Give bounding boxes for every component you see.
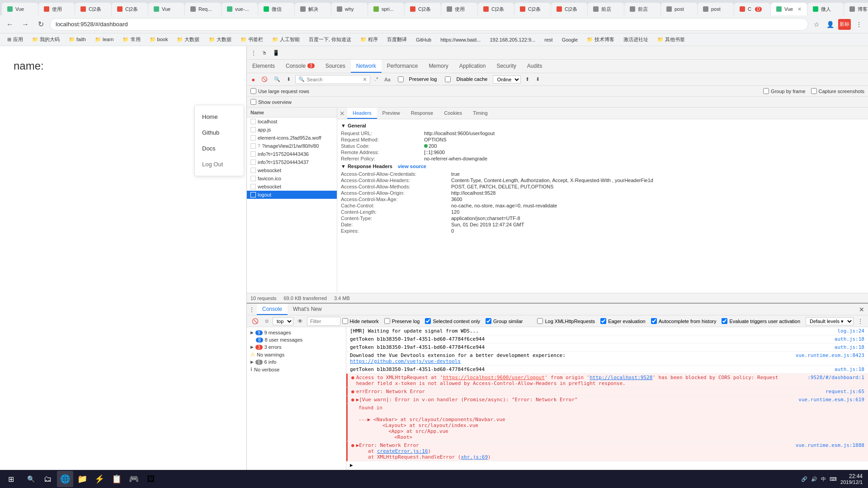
system-clock[interactable]: 22:44 2019/12/1 (840, 473, 863, 485)
dt-tab-security[interactable]: Security (491, 60, 521, 73)
large-rows-label[interactable]: Use large request rows (250, 88, 309, 94)
bookmark-6[interactable]: 📁 大数据 (173, 35, 203, 44)
item-checkbox[interactable] (250, 151, 256, 157)
throttle-btn[interactable]: ⬆ (524, 76, 531, 83)
console-eye-btn[interactable]: 👁 (295, 317, 305, 326)
network-case-btn[interactable]: Aa (382, 76, 392, 83)
sidebar-all-messages[interactable]: ▶ 9 9 messages (247, 329, 346, 336)
cp-tab-console[interactable]: Console (257, 304, 288, 315)
autocomplete-label[interactable]: Autocomplete from history (651, 318, 717, 324)
network-item-info2[interactable]: info?t=1575204443437 (247, 158, 337, 166)
preserve-log-console-label[interactable]: Preserve log (384, 318, 420, 324)
log-location[interactable]: auth.js:18 (826, 344, 864, 350)
network-item-logout[interactable]: logout (247, 191, 337, 199)
tab-19[interactable]: post (661, 3, 697, 15)
bookmark-9[interactable]: 📁 人工智能 (269, 35, 303, 44)
log-location[interactable]: auth.js:18 (826, 366, 864, 372)
log-location[interactable]: request.js:65 (816, 389, 864, 394)
dt-tab-application[interactable]: Application (454, 60, 491, 73)
address-bar[interactable]: localhost:9528/#/dashboard (50, 18, 808, 31)
network-search-input[interactable] (307, 77, 361, 82)
network-clear-btn[interactable]: 🚫 (259, 76, 269, 83)
tab-18[interactable]: 前店 (624, 3, 660, 15)
sidebar-user-messages[interactable]: 8 8 user messages (247, 336, 346, 343)
show-overview-label[interactable]: Show overview (250, 99, 292, 105)
tab-17[interactable]: 前店 (588, 3, 624, 15)
tab-vue-active[interactable]: Vue✕ (771, 3, 807, 15)
bookmark-1[interactable]: 📁 我的大码 (28, 35, 63, 44)
dt-tab-sources[interactable]: Sources (320, 60, 351, 73)
item-checkbox[interactable] (250, 160, 256, 165)
item-checkbox[interactable] (250, 135, 256, 141)
log-location[interactable]: auth.js:18 (826, 336, 864, 342)
sidebar-info[interactable]: ▶ 6 6 info (247, 358, 346, 366)
bookmark-12[interactable]: 百度翻译 (383, 35, 410, 44)
bookmark-10[interactable]: 百度一下, 你知道这 (305, 35, 355, 44)
bookmark-other[interactable]: 📁 其他书签 (654, 35, 689, 44)
capture-screenshots-label[interactable]: Capture screenshots (811, 88, 865, 94)
network-regex-btn[interactable]: .* (373, 76, 380, 82)
refresh-button[interactable]: ↻ (34, 18, 47, 31)
bookmark-14[interactable]: https://www.baid... (437, 36, 484, 43)
network-filter-toggle[interactable]: 🔍 (272, 76, 282, 83)
group-similar-cb[interactable] (486, 318, 491, 324)
network-item-icons[interactable]: element-icons.2fad952a.woff (247, 134, 337, 142)
tray-keyboard[interactable]: ⌨ (830, 476, 837, 482)
log-location[interactable]: vue.runtime.esm.js:619 (789, 397, 864, 403)
item-checkbox[interactable] (250, 168, 256, 173)
tab-4[interactable]: C|2条 (112, 3, 148, 15)
sidebar-errors[interactable]: ▶ 3 3 errors (247, 343, 346, 351)
console-clear-btn[interactable]: 🚫 (250, 317, 261, 326)
tab-3[interactable]: C|2条 (75, 3, 111, 15)
tab-22[interactable]: 微人 (807, 3, 844, 15)
taskbar-icon-clipboard[interactable]: 📋 (108, 471, 125, 487)
tab-16[interactable]: C|2条 (551, 3, 587, 15)
preserve-log-console-cb[interactable] (384, 318, 390, 324)
preserve-log-cb[interactable] (398, 76, 404, 82)
rd-tab-timing[interactable]: Timing (467, 108, 493, 119)
tab-21[interactable]: CD (734, 3, 770, 15)
origin-link[interactable]: http://localhost:9528 (590, 375, 652, 380)
tab-13[interactable]: 使用 (441, 3, 477, 15)
console-options-btn[interactable]: ⊙ (263, 317, 271, 325)
large-rows-cb[interactable] (250, 88, 256, 94)
close-details-btn[interactable]: ✕ (337, 108, 347, 119)
network-item-localhost[interactable]: localhost (247, 117, 337, 126)
tab-7[interactable]: vue-... (222, 3, 258, 15)
item-checkbox[interactable] (250, 127, 256, 132)
taskbar-icon-photos[interactable]: 🖼 (143, 471, 159, 487)
bookmark-15[interactable]: 192.168.205.122:9... (486, 36, 539, 43)
log-location[interactable]: vue.runtime.esm.js:1888 (787, 442, 864, 448)
tab-10[interactable]: why (331, 3, 368, 15)
tray-input-method[interactable]: 中 (821, 476, 826, 483)
bookmark-7[interactable]: 📁 大数据 (205, 35, 235, 44)
bookmark-apps[interactable]: ⊞ 应用 (4, 35, 27, 44)
item-checkbox[interactable] (250, 143, 256, 149)
taskbar-icon-explorer[interactable]: 📁 (74, 471, 90, 487)
tab-9[interactable]: 解决 (295, 3, 331, 15)
item-checkbox[interactable] (250, 176, 256, 181)
log-xmlhttp-cb[interactable] (537, 318, 543, 324)
xhr-link[interactable]: xhr.js:69 (461, 454, 488, 460)
tab-vue1[interactable]: Vue (2, 3, 38, 15)
network-item-imageview[interactable]: ? ?imageView2/1/w/80/h/80 (247, 142, 337, 150)
dt-tab-memory[interactable]: Memory (423, 60, 453, 73)
sidebar-item-github[interactable]: Github (195, 125, 244, 141)
sidebar-no-warnings[interactable]: ⚠ No warnings (247, 351, 346, 358)
tab-2[interactable]: 使用 (38, 3, 75, 15)
search-clear-btn[interactable]: ✕ (363, 76, 367, 83)
rd-tab-cookies[interactable]: Cookies (439, 108, 467, 119)
dt-tab-audits[interactable]: Audits (522, 60, 547, 73)
preserve-log-label[interactable]: Preserve log (395, 74, 440, 85)
tab-15[interactable]: C|2条 (514, 3, 551, 15)
item-checkbox[interactable] (250, 119, 256, 124)
group-by-frame-label[interactable]: Group by frame (763, 88, 805, 94)
rd-tab-headers[interactable]: Headers (347, 108, 377, 119)
console-settings-btn[interactable]: ⋮ (247, 305, 257, 314)
selected-context-label[interactable]: Selected context only (425, 318, 480, 324)
taskbar-icon-chrome[interactable]: 🌐 (57, 471, 73, 487)
rd-tab-preview[interactable]: Preview (377, 108, 406, 119)
start-button[interactable]: ⊞ (2, 470, 20, 488)
back-button[interactable]: ← (4, 18, 16, 31)
dt-tab-performance[interactable]: Performance (382, 60, 424, 73)
